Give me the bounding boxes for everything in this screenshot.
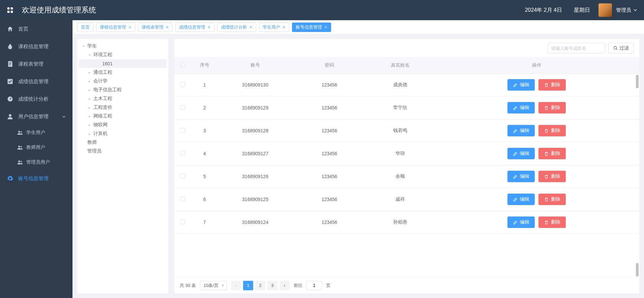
check-icon: [7, 78, 13, 85]
sidebar-item-home[interactable]: 首页: [0, 20, 72, 38]
select-all-checkbox[interactable]: [180, 62, 185, 67]
sidebar-item-label: 账号信息管理: [18, 175, 49, 182]
tree-node[interactable]: 教师: [79, 138, 167, 147]
trash-icon: [544, 82, 549, 88]
delete-button[interactable]: 删除: [538, 79, 566, 91]
svg-rect-0: [7, 7, 10, 10]
tab[interactable]: 成绩统计分析✕: [217, 23, 256, 32]
sidebar-item-drop[interactable]: 课程信息管理: [0, 38, 72, 55]
edit-button[interactable]: 编辑: [507, 171, 535, 182]
scrollbar-thumb[interactable]: [636, 263, 639, 276]
page-number-button[interactable]: 2: [255, 281, 265, 290]
close-icon[interactable]: ✕: [282, 25, 286, 30]
row-checkbox[interactable]: [180, 105, 185, 110]
scrollbar[interactable]: [636, 75, 639, 276]
tab[interactable]: 成绩信息管理✕: [175, 23, 214, 32]
row-checkbox[interactable]: [180, 151, 185, 156]
tree-toggle-icon[interactable]: ▾: [87, 53, 92, 57]
tab[interactable]: 首页: [77, 23, 93, 32]
row-checkbox[interactable]: [180, 174, 185, 178]
close-icon[interactable]: ✕: [166, 25, 169, 30]
delete-button[interactable]: 删除: [538, 217, 566, 228]
tree-toggle-icon[interactable]: ▸: [87, 96, 92, 101]
delete-button[interactable]: 删除: [538, 171, 566, 182]
tree-node[interactable]: ▾学生: [79, 42, 167, 51]
trash-icon: [544, 220, 549, 225]
search-input[interactable]: [548, 43, 605, 54]
tree-node[interactable]: ▸计算机: [79, 129, 167, 138]
usergroup-icon: [17, 144, 23, 151]
row-checkbox[interactable]: [180, 220, 185, 224]
tab[interactable]: 课程表管理✕: [138, 23, 173, 32]
table-row: 3 3168909128 123456 钱若鸣 编辑 删除: [174, 119, 639, 142]
edit-button[interactable]: 编辑: [507, 194, 535, 205]
close-icon[interactable]: ✕: [249, 25, 253, 30]
tree-node[interactable]: ▸土木工程: [79, 94, 167, 103]
tree-node[interactable]: ▸电子信息工程: [79, 86, 167, 94]
app-header: 欢迎使用成绩管理系统 2024年 2月 4日 星期日 管理员: [0, 0, 644, 20]
tree-node[interactable]: ▸通信工程: [79, 68, 167, 77]
tree-toggle-icon[interactable]: ▸: [87, 123, 92, 127]
tree-toggle-icon[interactable]: ▾: [81, 44, 86, 48]
user-dropdown[interactable]: 管理员: [590, 3, 637, 17]
chevron-down-icon: [633, 8, 637, 12]
tree-toggle-icon[interactable]: ▸: [87, 79, 92, 84]
next-page-button[interactable]: ›: [280, 281, 290, 290]
delete-button[interactable]: 删除: [538, 102, 566, 113]
tab[interactable]: 学生用户✕: [259, 23, 289, 32]
home-icon: [7, 26, 13, 32]
delete-button[interactable]: 删除: [538, 194, 566, 205]
tree-node[interactable]: ▸物联网: [79, 121, 167, 129]
goto-page-input[interactable]: [306, 281, 322, 290]
row-checkbox[interactable]: [180, 82, 185, 87]
edit-button[interactable]: 编辑: [507, 102, 535, 113]
cell-index: 4: [191, 142, 218, 165]
sidebar-item-check[interactable]: 成绩信息管理: [0, 73, 72, 90]
tree-toggle-icon[interactable]: ▸: [87, 131, 92, 136]
delete-label: 删除: [551, 196, 560, 202]
sidebar-subitem[interactable]: 教师用户: [0, 140, 72, 155]
page-number-button[interactable]: 3: [267, 281, 277, 290]
sidebar-item-dashboard[interactable]: 成绩统计分析: [0, 90, 72, 108]
edit-icon: [513, 197, 518, 202]
delete-button[interactable]: 删除: [538, 148, 566, 159]
cell-password: 123456: [292, 96, 367, 119]
prev-page-button[interactable]: ‹: [231, 281, 241, 290]
tree-node[interactable]: 1601: [79, 59, 167, 68]
page-number-button[interactable]: 1: [243, 281, 253, 290]
edit-button[interactable]: 编辑: [507, 125, 535, 136]
tree-toggle-icon[interactable]: ▸: [87, 88, 92, 92]
tree-toggle-icon[interactable]: ▸: [87, 70, 92, 75]
edit-button[interactable]: 编辑: [507, 79, 535, 91]
svg-point-10: [10, 99, 11, 100]
sidebar-subitem[interactable]: 管理员用户: [0, 155, 72, 170]
tree-node[interactable]: ▸工程造价: [79, 103, 167, 112]
close-icon[interactable]: ✕: [128, 25, 131, 30]
close-icon[interactable]: ✕: [207, 25, 211, 30]
sidebar-item-gear[interactable]: 账号信息管理: [0, 170, 72, 187]
edit-button[interactable]: 编辑: [507, 217, 535, 228]
row-checkbox[interactable]: [180, 197, 185, 201]
close-icon[interactable]: ✕: [324, 25, 327, 30]
sidebar-item-user[interactable]: 用户信息管理: [0, 108, 72, 125]
tree-node[interactable]: ▾环境工程: [79, 51, 167, 59]
tree-toggle-icon[interactable]: ▸: [87, 105, 92, 110]
apps-icon[interactable]: [7, 7, 13, 13]
tab[interactable]: 课程信息管理✕: [96, 23, 135, 32]
table-row: 5 3168909126 123456 余顺 编辑 删除: [174, 165, 639, 188]
edit-button[interactable]: 编辑: [507, 148, 535, 159]
filter-button[interactable]: 过滤: [608, 43, 634, 54]
scrollbar-thumb[interactable]: [636, 75, 639, 88]
sidebar-item-doc[interactable]: 课程表管理: [0, 55, 72, 73]
tab[interactable]: 账号信息管理✕: [292, 23, 331, 32]
cell-password: 123456: [292, 73, 367, 96]
delete-button[interactable]: 删除: [538, 125, 566, 136]
tree-node[interactable]: ▸网络工程: [79, 112, 167, 121]
page-size-select[interactable]: 10条/页: [200, 281, 227, 290]
tree-node[interactable]: 管理员: [79, 147, 167, 156]
row-checkbox[interactable]: [180, 128, 185, 133]
sidebar-subitem[interactable]: 学生用户: [0, 125, 72, 140]
tree-node[interactable]: ▸会计学: [79, 77, 167, 86]
sidebar-subitem-label: 学生用户: [26, 130, 45, 136]
tree-toggle-icon[interactable]: ▸: [87, 114, 92, 119]
